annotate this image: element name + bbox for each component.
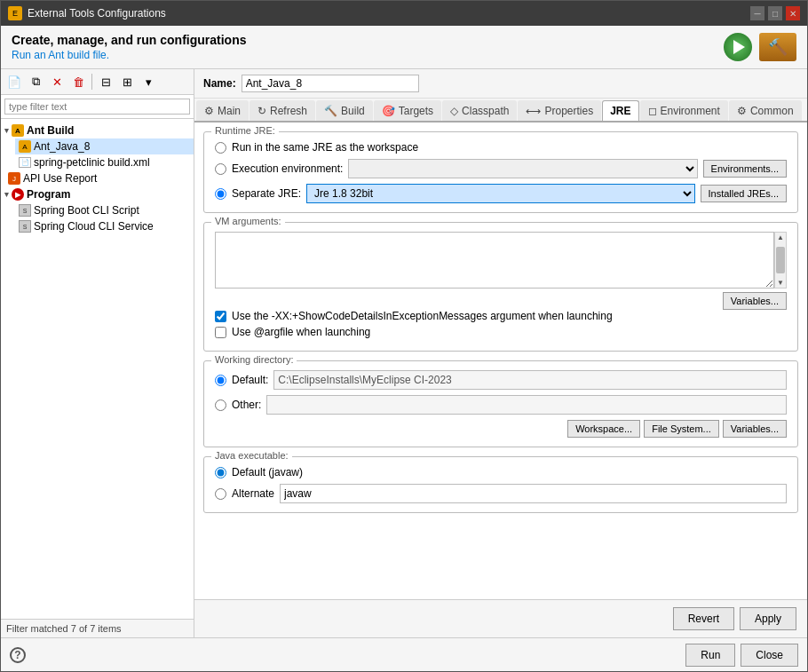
- other-workdir-label: Other:: [232, 399, 261, 411]
- revert-button[interactable]: Revert: [673, 607, 734, 630]
- installed-jres-button[interactable]: Installed JREs...: [701, 185, 787, 202]
- close-button-footer[interactable]: Close: [741, 644, 798, 667]
- tree-item-spring-petclinic[interactable]: 📄 spring-petclinic build.xml: [15, 154, 194, 170]
- apply-button[interactable]: Apply: [740, 607, 796, 630]
- right-panel: Name: ⚙ Main ↻ Refresh 🔨 Build 🎯: [194, 69, 807, 637]
- variables-row: Variables...: [215, 292, 787, 310]
- api-use-report-label: API Use Report: [23, 172, 97, 185]
- duplicate-button[interactable]: ⧉: [26, 72, 45, 91]
- chevron-down-icon: ▾: [4, 126, 9, 135]
- footer-buttons: Run Close: [685, 644, 798, 667]
- working-dir-section: Working directory: Default: Other: Works…: [203, 360, 798, 447]
- other-workdir-input[interactable]: [266, 395, 787, 415]
- tree-group-ant-build: ▾ A Ant Build A Ant_Java_8 📄 spring-petc…: [1, 123, 194, 170]
- alternate-input[interactable]: [280, 484, 787, 503]
- spring-boot-icon: S: [19, 204, 31, 217]
- default-workdir-radio[interactable]: [215, 375, 226, 386]
- run-icon[interactable]: [724, 33, 752, 61]
- remove-icon: 🗑: [73, 75, 84, 89]
- alternate-radio[interactable]: [215, 488, 226, 500]
- variables-button[interactable]: Variables...: [723, 292, 787, 310]
- window-title: External Tools Configurations: [28, 7, 745, 20]
- collapse-button[interactable]: ⊟: [96, 72, 115, 91]
- tab-main[interactable]: ⚙ Main: [196, 100, 249, 121]
- tree-group-ant-build-label[interactable]: ▾ A Ant Build: [1, 123, 194, 138]
- minimize-button[interactable]: ─: [750, 6, 764, 20]
- file-system-button[interactable]: File System...: [644, 420, 719, 438]
- workspace-button[interactable]: Workspace...: [567, 420, 640, 438]
- runtime-jre-section: Runtime JRE: Run in the same JRE as the …: [203, 131, 798, 213]
- targets-tab-label: Targets: [399, 105, 433, 117]
- name-input[interactable]: [242, 75, 419, 92]
- sidebar-status: Filter matched 7 of 7 items: [1, 619, 194, 637]
- header-bar: Create, manage, and run configurations R…: [1, 26, 807, 69]
- properties-tab-label: Properties: [544, 105, 593, 117]
- separate-jre-select[interactable]: Jre 1.8 32bit: [306, 184, 694, 203]
- tree-item-spring-cloud-cli[interactable]: S Spring Cloud CLI Service: [15, 218, 194, 234]
- tree-group-program: ▾ ▶ Program S Spring Boot CLI Script S S…: [1, 186, 194, 234]
- environments-button[interactable]: Environments...: [703, 160, 787, 178]
- header-link[interactable]: Run an Ant build file.: [12, 49, 247, 61]
- play-triangle: [733, 40, 745, 54]
- tree-item-api-use-report[interactable]: J API Use Report: [1, 170, 194, 186]
- program-label: Program: [27, 188, 70, 201]
- expand-button[interactable]: ⊞: [117, 72, 137, 91]
- tabs-bar: ⚙ Main ↻ Refresh 🔨 Build 🎯 Targets ◇: [194, 99, 807, 123]
- show-code-details-checkbox[interactable]: [215, 311, 226, 322]
- tab-build[interactable]: 🔨 Build: [316, 100, 373, 121]
- working-dir-legend: Working directory:: [211, 354, 297, 365]
- tab-environment[interactable]: ◻ Environment: [640, 100, 728, 121]
- default-workdir-label: Default:: [232, 374, 268, 386]
- maximize-button[interactable]: □: [768, 6, 782, 20]
- common-tab-label: Common: [750, 105, 794, 117]
- tree-group-program-label[interactable]: ▾ ▶ Program: [1, 186, 194, 202]
- run-button[interactable]: Run: [685, 644, 735, 667]
- exec-env-select[interactable]: [348, 159, 697, 178]
- separate-jre-radio[interactable]: [215, 188, 226, 200]
- help-icon[interactable]: ?: [10, 647, 26, 663]
- scroll-down-arrow[interactable]: ▼: [777, 279, 784, 287]
- tab-targets[interactable]: 🎯 Targets: [374, 100, 441, 121]
- tab-common[interactable]: ⚙ Common: [729, 100, 802, 121]
- remove-button[interactable]: 🗑: [68, 72, 88, 91]
- filter-input[interactable]: [4, 99, 190, 115]
- close-button[interactable]: ✕: [786, 6, 800, 20]
- tree-item-ant-java-8[interactable]: A Ant_Java_8: [15, 138, 194, 154]
- alternate-row: Alternate: [215, 484, 787, 503]
- default-javaw-radio[interactable]: [215, 467, 226, 478]
- default-workdir-input: [273, 370, 787, 390]
- tab-jre[interactable]: JRE: [602, 100, 638, 121]
- default-javaw-label: Default (javaw): [232, 466, 303, 478]
- new-config-button[interactable]: 📄: [4, 72, 24, 91]
- jre-tab-content: Runtime JRE: Run in the same JRE as the …: [194, 123, 807, 599]
- separate-jre-row: Separate JRE: Jre 1.8 32bit Installed JR…: [215, 184, 787, 203]
- jre-tab-label: JRE: [610, 105, 630, 117]
- scroll-up-arrow[interactable]: ▲: [777, 233, 784, 241]
- delete-button[interactable]: ✕: [47, 72, 67, 91]
- default-javaw-row: Default (javaw): [215, 466, 787, 478]
- separate-jre-label: Separate JRE:: [232, 187, 301, 200]
- variables-wd-button[interactable]: Variables...: [723, 420, 787, 438]
- scroll-thumb[interactable]: [776, 247, 785, 273]
- expand-icon: ⊞: [123, 75, 132, 89]
- vm-args-textarea[interactable]: [215, 232, 774, 289]
- workspace-jre-radio[interactable]: [215, 142, 226, 154]
- more-button[interactable]: ▾: [139, 72, 158, 91]
- exec-env-radio[interactable]: [215, 163, 226, 175]
- other-workdir-radio[interactable]: [215, 399, 226, 411]
- classpath-tab-label: Classpath: [462, 105, 509, 117]
- spring-cloud-cli-label: Spring Cloud CLI Service: [34, 220, 154, 233]
- argfile-checkbox[interactable]: [215, 327, 226, 338]
- vm-args-legend: VM arguments:: [211, 216, 285, 226]
- ant-icon: A: [12, 124, 24, 137]
- footer-bar: ? Run Close: [1, 637, 807, 671]
- sidebar: 📄 ⧉ ✕ 🗑 ⊟ ⊞ ▾: [1, 69, 194, 637]
- tab-refresh[interactable]: ↻ Refresh: [250, 100, 315, 121]
- vm-scrollbar: ▲ ▼: [774, 232, 787, 289]
- targets-tab-icon: 🎯: [382, 105, 395, 117]
- build-tab-icon: 🔨: [324, 105, 337, 117]
- tree-item-spring-boot-cli[interactable]: S Spring Boot CLI Script: [15, 202, 194, 218]
- tab-properties[interactable]: ⟷ Properties: [518, 100, 601, 121]
- tab-classpath[interactable]: ◇ Classpath: [442, 100, 517, 121]
- name-bar: Name:: [194, 69, 807, 99]
